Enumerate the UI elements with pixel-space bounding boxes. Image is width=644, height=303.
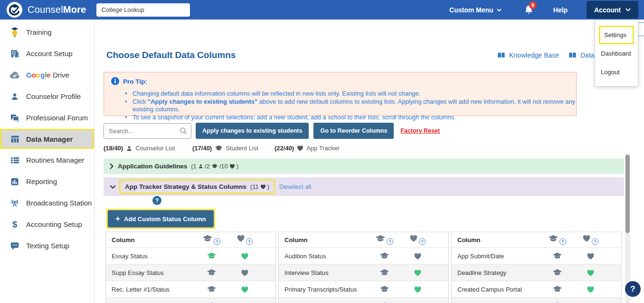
help-icon[interactable]: ? bbox=[592, 238, 598, 245]
floating-help-button[interactable]: ? bbox=[625, 281, 641, 297]
app-tracker-toggle[interactable] bbox=[574, 286, 607, 293]
vertical-scrollbar-thumb[interactable] bbox=[625, 155, 630, 233]
book-icon bbox=[568, 52, 577, 59]
broadcast-antenna-icon bbox=[9, 198, 20, 208]
chevron-down-icon bbox=[625, 8, 631, 11]
vertical-scrollbar-track[interactable] bbox=[625, 153, 630, 303]
row-label: Supp Essay Status bbox=[106, 269, 195, 276]
table-header: Column ? ? bbox=[279, 232, 448, 247]
help-icon[interactable]: ? bbox=[214, 238, 220, 245]
app-tracker-toggle[interactable] bbox=[574, 269, 607, 276]
application-guidelines-accordion[interactable]: Application Guidelines (1 /2 /10 ) bbox=[104, 158, 624, 174]
student-list-toggle[interactable] bbox=[195, 252, 228, 260]
table-header: Column ? ? bbox=[452, 232, 621, 247]
column-header-label: Column bbox=[279, 236, 368, 244]
help-link[interactable]: Help bbox=[553, 6, 568, 14]
row-label: Rec. Letter #1/Status bbox=[106, 286, 195, 293]
app-tracker-toggle[interactable] bbox=[401, 286, 434, 293]
counselor-list-counter: (18/40) Counselor List bbox=[104, 145, 175, 152]
sidebar-item-label: Training bbox=[26, 28, 52, 36]
account-dropdown-menu: Settings Dashboard Logout bbox=[595, 20, 638, 87]
app-tracker-toggle[interactable] bbox=[228, 286, 261, 293]
student-list-toggle[interactable] bbox=[195, 269, 228, 276]
sidebar-item-reporting[interactable]: Reporting bbox=[0, 171, 94, 192]
sidebar-item-routines-manager[interactable]: Routines Manager bbox=[0, 149, 94, 171]
app-tracker-toggle[interactable] bbox=[401, 253, 434, 260]
student-list-toggle[interactable] bbox=[195, 285, 228, 293]
app-tracker-toggle[interactable] bbox=[401, 269, 434, 276]
knowledge-base-link[interactable]: Knowledge Base bbox=[497, 51, 559, 59]
chevron-down-icon bbox=[497, 9, 502, 11]
student-list-toggle[interactable] bbox=[540, 269, 574, 276]
app-tracker-toggle[interactable] bbox=[574, 253, 607, 260]
sidebar-item-accounting-setup[interactable]: $ Accounting Setup bbox=[0, 214, 94, 235]
brand[interactable]: CounselMore bbox=[7, 2, 86, 18]
sidebar-item-google-drive[interactable]: Google Drive bbox=[0, 64, 94, 86]
book-icon bbox=[497, 52, 505, 59]
reorder-columns-button[interactable]: Go to Reorder Columns bbox=[313, 123, 394, 139]
student-list-toggle[interactable] bbox=[368, 269, 401, 276]
app-tracker-column-icon: ? bbox=[574, 235, 607, 245]
section-help-icon[interactable]: ? bbox=[152, 196, 161, 205]
sidebar-item-data-manager[interactable]: Data Manager bbox=[0, 129, 94, 149]
bar-chart-icon bbox=[9, 176, 20, 187]
notifications-button[interactable]: 9 bbox=[524, 5, 533, 15]
college-lookup-input[interactable] bbox=[96, 3, 190, 17]
plus-icon: + bbox=[115, 214, 120, 224]
table-row bbox=[279, 297, 448, 303]
deselect-all-link[interactable]: Deselect all bbox=[279, 183, 311, 190]
student-list-toggle[interactable] bbox=[540, 285, 574, 293]
menu-item-settings[interactable]: Settings bbox=[595, 23, 638, 44]
pro-tip-bullet: Click "Apply changes to existing student… bbox=[125, 98, 576, 114]
help-icon[interactable]: ? bbox=[419, 238, 426, 245]
settings-highlight-box: Settings bbox=[599, 26, 634, 44]
table-row: App Submit/Date bbox=[452, 247, 621, 264]
sidebar: Training Account Setup Google Drive Coun… bbox=[0, 20, 95, 303]
sidebar-item-broadcasting-station[interactable]: Broadcasting Station bbox=[0, 192, 94, 214]
sidebar-item-account-setup[interactable]: Account Setup bbox=[0, 43, 94, 64]
table-row: Supp Essay Status bbox=[106, 264, 275, 281]
sidebar-item-texting-setup[interactable]: Texting Setup bbox=[0, 235, 94, 256]
sidebar-item-label: Data Manager bbox=[26, 135, 73, 143]
app-tracker-label: App Tracker bbox=[306, 145, 340, 152]
custom-menu-dropdown[interactable]: Custom Menu bbox=[449, 6, 502, 14]
sidebar-item-training[interactable]: Training bbox=[0, 21, 94, 43]
student-list-toggle[interactable] bbox=[540, 252, 574, 260]
help-icon[interactable]: ? bbox=[559, 238, 566, 245]
pro-tip-bullet: Changing default data information column… bbox=[125, 90, 576, 98]
table-row bbox=[106, 297, 275, 303]
row-label: Interview Status bbox=[279, 269, 368, 276]
app-tracker-toggle[interactable] bbox=[228, 253, 261, 260]
search-input[interactable] bbox=[104, 123, 191, 139]
factory-reset-link[interactable]: Factory Reset bbox=[400, 127, 440, 134]
student-list-toggle[interactable] bbox=[368, 285, 401, 293]
add-custom-highlight-box: + Add Custom Status Column bbox=[106, 209, 215, 229]
student-count: (17/40) bbox=[192, 145, 212, 152]
search-icon bbox=[180, 127, 187, 135]
accordion-counts: (1 /2 /10 ) bbox=[191, 163, 238, 170]
sidebar-item-label: Routines Manager bbox=[26, 156, 85, 164]
row-label: Deadline Strategy bbox=[452, 269, 540, 276]
pro-tip-heading: Pro Tip: bbox=[123, 78, 147, 85]
sidebar-item-label: Broadcasting Station bbox=[26, 199, 92, 207]
sidebar-item-professional-forum[interactable]: Professional Forum bbox=[0, 107, 94, 128]
menu-item-dashboard[interactable]: Dashboard bbox=[595, 44, 638, 63]
brand-name: CounselMore bbox=[28, 4, 86, 15]
add-custom-status-column-button[interactable]: + Add Custom Status Column bbox=[108, 210, 214, 227]
controls-row: Apply changes to existing students Go to… bbox=[104, 123, 440, 139]
app-tracker-toggle[interactable] bbox=[228, 269, 261, 276]
app-tracker-column-icon: ? bbox=[401, 235, 434, 245]
training-lightbulb-icon bbox=[9, 27, 20, 38]
apply-changes-button[interactable]: Apply changes to existing students bbox=[196, 123, 309, 139]
table-row bbox=[452, 297, 621, 303]
student-list-label: Student List bbox=[226, 145, 258, 152]
app-tracker-counter: (22/40) App Tracker bbox=[275, 145, 340, 152]
account-button[interactable]: Account bbox=[587, 1, 638, 19]
help-icon[interactable]: ? bbox=[246, 238, 253, 245]
student-list-toggle[interactable] bbox=[368, 252, 401, 260]
student-list-column-icon: ? bbox=[195, 235, 228, 245]
menu-item-logout[interactable]: Logout bbox=[595, 63, 638, 81]
app-tracker-accordion[interactable]: App Tracker Strategy & Status Columns (1… bbox=[104, 177, 624, 196]
sidebar-item-counselor-profile[interactable]: Counselor Profile bbox=[0, 86, 94, 107]
help-icon[interactable]: ? bbox=[387, 238, 393, 245]
